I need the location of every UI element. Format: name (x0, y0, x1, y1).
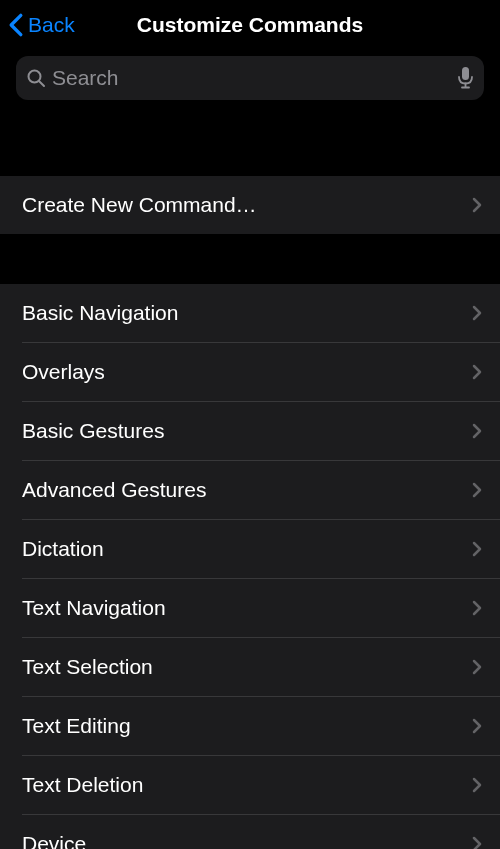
page-title: Customize Commands (137, 13, 363, 37)
list-item-label: Create New Command… (22, 193, 257, 217)
chevron-right-icon (472, 305, 482, 321)
chevron-right-icon (472, 777, 482, 793)
chevron-right-icon (472, 423, 482, 439)
search-input[interactable] (52, 66, 457, 90)
svg-line-1 (39, 81, 44, 86)
chevron-right-icon (472, 541, 482, 557)
list-item-text-editing[interactable]: Text Editing (0, 697, 500, 755)
list-item-label: Text Deletion (22, 773, 143, 797)
chevron-right-icon (472, 197, 482, 213)
back-button[interactable]: Back (8, 13, 75, 37)
search-container (0, 50, 500, 114)
list-item-label: Device (22, 832, 86, 849)
list-item-text-deletion[interactable]: Text Deletion (0, 756, 500, 814)
search-bar[interactable] (16, 56, 484, 100)
chevron-right-icon (472, 364, 482, 380)
chevron-right-icon (472, 600, 482, 616)
list-item-label: Advanced Gestures (22, 478, 206, 502)
list-item-create-new-command[interactable]: Create New Command… (0, 176, 500, 234)
list-item-label: Text Editing (22, 714, 131, 738)
list-item-label: Text Selection (22, 655, 153, 679)
search-icon (26, 68, 46, 88)
list-section-categories: Basic Navigation Overlays Basic Gestures… (0, 284, 500, 849)
list-item-label: Overlays (22, 360, 105, 384)
section-spacer (0, 114, 500, 176)
list-item-text-navigation[interactable]: Text Navigation (0, 579, 500, 637)
list-item-text-selection[interactable]: Text Selection (0, 638, 500, 696)
list-item-label: Basic Navigation (22, 301, 178, 325)
chevron-left-icon (8, 13, 24, 37)
section-spacer (0, 234, 500, 284)
list-section-create: Create New Command… (0, 176, 500, 234)
chevron-right-icon (472, 659, 482, 675)
list-item-overlays[interactable]: Overlays (0, 343, 500, 401)
nav-bar: Back Customize Commands (0, 0, 500, 50)
list-item-label: Basic Gestures (22, 419, 164, 443)
list-item-dictation[interactable]: Dictation (0, 520, 500, 578)
chevron-right-icon (472, 836, 482, 849)
list-item-label: Text Navigation (22, 596, 166, 620)
microphone-icon[interactable] (457, 67, 474, 89)
list-item-label: Dictation (22, 537, 104, 561)
svg-rect-2 (462, 67, 469, 80)
chevron-right-icon (472, 482, 482, 498)
chevron-right-icon (472, 718, 482, 734)
list-item-basic-gestures[interactable]: Basic Gestures (0, 402, 500, 460)
list-item-basic-navigation[interactable]: Basic Navigation (0, 284, 500, 342)
back-label: Back (28, 13, 75, 37)
list-item-device[interactable]: Device (0, 815, 500, 849)
list-item-advanced-gestures[interactable]: Advanced Gestures (0, 461, 500, 519)
